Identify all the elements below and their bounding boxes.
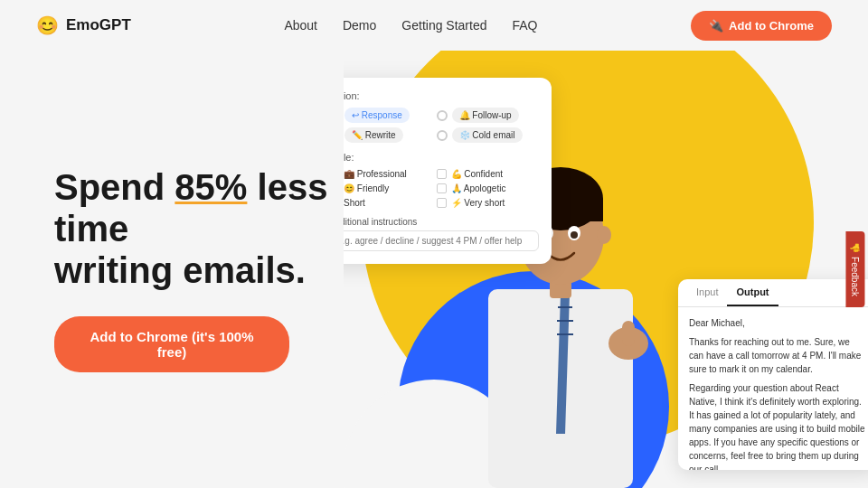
chrome-icon: 🔌 bbox=[709, 19, 723, 33]
check-confident bbox=[437, 169, 447, 179]
output-para1: Thanks for reaching out to me. Sure, we … bbox=[689, 335, 866, 376]
feedback-tab[interactable]: 👎 Feedback bbox=[846, 231, 865, 307]
additional-instructions-label: Additional instructions bbox=[344, 217, 539, 227]
followup-pill: 🔔 Follow-up bbox=[452, 108, 519, 123]
action-label: Action: bbox=[344, 90, 539, 101]
very-short-label: ⚡ Very short bbox=[451, 198, 505, 208]
svg-point-12 bbox=[571, 231, 578, 239]
short-label: Short bbox=[344, 198, 365, 208]
check-very-short bbox=[437, 198, 447, 208]
nav-about[interactable]: About bbox=[284, 18, 317, 33]
cold-email-pill: ❄️ Cold email bbox=[452, 127, 523, 143]
logo-text: EmoGPT bbox=[66, 16, 131, 34]
action-rewrite[interactable]: ✏️ Rewrite bbox=[344, 127, 432, 143]
style-apologetic[interactable]: 🙏 Apologetic bbox=[437, 183, 540, 193]
logo: 😊 EmoGPT bbox=[36, 14, 131, 36]
output-greeting: Dear Michael, bbox=[689, 316, 866, 330]
action-grid: ↩ Response 🔔 Follow-up ✏️ Rewrite ❄️ Col… bbox=[344, 108, 539, 143]
check-apologetic bbox=[437, 183, 447, 193]
output-tabs: Input Output bbox=[678, 279, 868, 307]
nav-demo[interactable]: Demo bbox=[343, 18, 376, 33]
add-to-chrome-nav-button[interactable]: 🔌 Add to Chrome bbox=[691, 11, 832, 41]
navbar: 😊 EmoGPT About Demo Getting Started FAQ … bbox=[0, 0, 868, 51]
highlight-percent: 85% bbox=[175, 167, 247, 207]
output-content: Dear Michael, Thanks for reaching out to… bbox=[678, 307, 868, 470]
style-confident[interactable]: 💪 Confident bbox=[437, 169, 540, 179]
nav-faq[interactable]: FAQ bbox=[513, 18, 538, 33]
action-response[interactable]: ↩ Response bbox=[344, 108, 432, 123]
style-friendly[interactable]: 😊 Friendly bbox=[344, 183, 432, 193]
style-very-short[interactable]: ⚡ Very short bbox=[437, 198, 540, 208]
apologetic-label: 🙏 Apologetic bbox=[451, 183, 506, 193]
radio-followup bbox=[437, 110, 448, 121]
radio-cold-email bbox=[437, 130, 448, 141]
friendly-label: 😊 Friendly bbox=[344, 183, 389, 193]
svg-point-14 bbox=[597, 226, 611, 244]
tab-input[interactable]: Input bbox=[687, 279, 727, 306]
add-to-chrome-main-button[interactable]: Add to Chrome (it's 100% free) bbox=[54, 316, 289, 372]
nav-getting-started[interactable]: Getting Started bbox=[401, 18, 486, 33]
output-card: Input Output Dear Michael, Thanks for re… bbox=[678, 279, 868, 470]
nav-links: About Demo Getting Started FAQ bbox=[284, 17, 537, 33]
rewrite-pill: ✏️ Rewrite bbox=[344, 127, 403, 143]
professional-label: 💼 Professional bbox=[344, 169, 407, 179]
svg-rect-16 bbox=[622, 321, 635, 346]
feedback-icon: 👎 bbox=[851, 242, 861, 253]
style-grid: 💼 Professional 💪 Confident 😊 Friendly 🙏 … bbox=[344, 169, 539, 208]
style-professional[interactable]: 💼 Professional bbox=[344, 169, 432, 179]
additional-instructions-input[interactable] bbox=[344, 230, 539, 251]
logo-emoji: 😊 bbox=[36, 14, 59, 36]
tab-output[interactable]: Output bbox=[727, 279, 778, 306]
hero-right: Action: ↩ Response 🔔 Follow-up ✏️ Rewrit… bbox=[344, 51, 868, 488]
feedback-label: Feedback bbox=[851, 257, 861, 296]
response-pill: ↩ Response bbox=[344, 108, 410, 123]
style-label: Style: bbox=[344, 152, 539, 163]
action-card: Action: ↩ Response 🔔 Follow-up ✏️ Rewrit… bbox=[344, 78, 552, 264]
action-followup[interactable]: 🔔 Follow-up bbox=[437, 108, 540, 123]
style-short[interactable]: ✓ Short bbox=[344, 198, 432, 208]
action-cold-email[interactable]: ❄️ Cold email bbox=[437, 127, 540, 143]
hero-left: Spend 85% less timewriting emails. Add t… bbox=[0, 51, 380, 488]
hero-section: Spend 85% less timewriting emails. Add t… bbox=[0, 51, 868, 488]
confident-label: 💪 Confident bbox=[451, 169, 504, 179]
output-para2: Regarding your question about React Nati… bbox=[689, 381, 866, 470]
hero-headline: Spend 85% less timewriting emails. bbox=[54, 166, 380, 291]
